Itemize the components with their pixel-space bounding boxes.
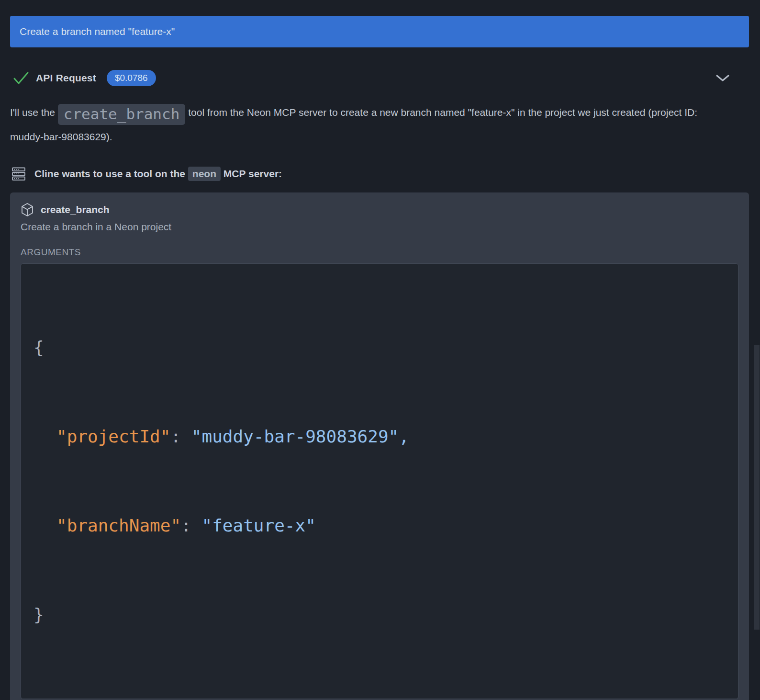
tool-use-header: Cline wants to use a tool on the neon MC… bbox=[10, 166, 749, 182]
json-line: } bbox=[34, 600, 726, 630]
api-request-title: API Request bbox=[36, 72, 96, 84]
json-line: "branchName": "feature-x" bbox=[34, 511, 726, 541]
json-line: "projectId": "muddy-bar-98083629", bbox=[34, 422, 726, 452]
tool-use-header-text: Cline wants to use a tool on the neon MC… bbox=[34, 168, 282, 180]
inline-code-chip: create_branch bbox=[58, 104, 186, 125]
success-check-icon bbox=[13, 71, 29, 85]
tool-header-before: Cline wants to use a tool on the bbox=[34, 168, 188, 179]
json-value: "muddy-bar-98083629", bbox=[191, 427, 409, 446]
user-message-banner[interactable]: Create a branch named "feature-x" bbox=[10, 16, 749, 47]
tool-header-after: MCP server: bbox=[221, 168, 282, 179]
tool-cube-icon bbox=[21, 203, 34, 217]
assistant-message: I'll use the create_branch tool from the… bbox=[10, 101, 728, 148]
json-line: { bbox=[34, 333, 726, 362]
json-key: "projectId" bbox=[56, 427, 170, 446]
json-value: "feature-x" bbox=[201, 516, 315, 535]
json-separator: : bbox=[181, 516, 201, 535]
user-message-text: Create a branch named "feature-x" bbox=[20, 26, 175, 37]
vertical-scrollbar-thumb[interactable] bbox=[754, 345, 760, 630]
json-separator: : bbox=[170, 427, 191, 446]
arguments-json-block: { "projectId": "muddy-bar-98083629", "br… bbox=[21, 263, 738, 699]
chat-transcript: Create a branch named "feature-x" API Re… bbox=[0, 0, 760, 700]
server-name-chip: neon bbox=[188, 167, 221, 181]
chevron-down-icon[interactable] bbox=[715, 74, 730, 82]
tool-name: create_branch bbox=[41, 204, 110, 215]
arguments-label: ARGUMENTS bbox=[21, 247, 738, 259]
tool-request-card: create_branch Create a branch in a Neon … bbox=[10, 192, 749, 700]
tool-title-row: create_branch bbox=[21, 202, 738, 217]
json-key: "branchName" bbox=[56, 516, 181, 535]
api-request-header-1[interactable]: API Request $0.0786 bbox=[10, 69, 749, 87]
assistant-text-before: I'll use the bbox=[10, 107, 58, 118]
mcp-server-icon bbox=[11, 167, 26, 181]
cost-badge: $0.0786 bbox=[107, 70, 156, 86]
tool-description: Create a branch in a Neon project bbox=[21, 221, 738, 235]
